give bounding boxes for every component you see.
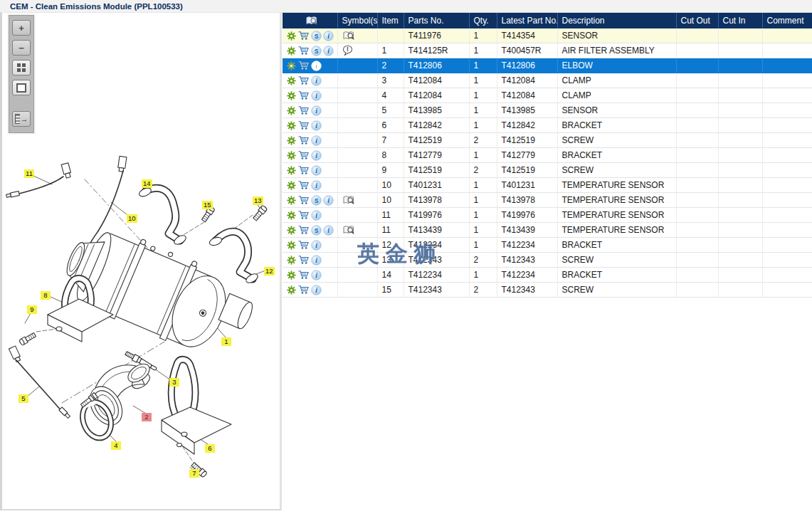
column-header-illustration[interactable]	[283, 13, 337, 28]
cart-icon[interactable]	[297, 75, 310, 85]
info-icon[interactable]	[311, 165, 322, 176]
cart-icon[interactable]	[297, 61, 310, 70]
cart-icon[interactable]	[297, 285, 310, 295]
info-icon[interactable]	[311, 90, 322, 101]
table-row[interactable]: 15T4123432T412343SCREW	[283, 283, 812, 298]
table-row[interactable]: 1T414125R1T400457RAIR FILTER ASSEMBLY	[283, 43, 812, 58]
info-icon[interactable]	[311, 240, 322, 251]
diagram-label-6[interactable]: 6	[205, 444, 215, 453]
cart-icon[interactable]	[297, 180, 310, 190]
gear-icon[interactable]	[287, 31, 296, 41]
substitute-icon[interactable]	[311, 225, 322, 236]
cart-icon[interactable]	[297, 120, 310, 130]
cart-icon[interactable]	[297, 31, 310, 41]
zoom-out-button[interactable]: −	[12, 40, 31, 56]
gear-icon[interactable]	[287, 211, 296, 220]
column-header-comment[interactable]: Comment	[762, 13, 812, 28]
diagram-label-7[interactable]: 7	[189, 469, 199, 478]
substitute-icon[interactable]	[311, 46, 322, 56]
info-icon[interactable]	[311, 285, 322, 295]
gear-icon[interactable]	[287, 106, 296, 115]
info-icon[interactable]	[323, 46, 334, 56]
column-header-parts-no-[interactable]: Parts No.	[404, 13, 469, 28]
info-icon[interactable]	[311, 120, 322, 131]
info-icon[interactable]	[323, 225, 334, 236]
diagram-label-2[interactable]: 2	[142, 413, 152, 421]
gear-icon[interactable]	[287, 181, 296, 190]
column-header-description[interactable]: Description	[557, 13, 676, 28]
cart-icon[interactable]	[297, 255, 310, 265]
cart-icon[interactable]	[297, 270, 310, 280]
column-header-qty-[interactable]: Qty.	[469, 13, 497, 28]
table-row[interactable]: 6T4128421T412842BRACKET	[283, 118, 812, 133]
cart-icon[interactable]	[297, 46, 310, 56]
diagram-label-3[interactable]: 3	[169, 378, 179, 387]
diagram-label-11[interactable]: 11	[24, 169, 34, 178]
toggle-panel-button[interactable]: →	[12, 111, 31, 127]
table-row[interactable]: T4119761T414354SENSOR	[283, 28, 812, 43]
gear-icon[interactable]	[287, 151, 296, 160]
info-icon[interactable]	[311, 105, 322, 116]
table-row[interactable]: 12T4122341T412234BRACKET	[283, 238, 812, 253]
info-icon[interactable]	[311, 75, 322, 86]
table-row[interactable]: 13T4123432T412343SCREW	[283, 253, 812, 268]
cart-icon[interactable]	[297, 135, 310, 145]
gear-icon[interactable]	[287, 166, 296, 175]
info-icon[interactable]	[311, 270, 322, 280]
zoom-in-button[interactable]: +	[12, 20, 31, 36]
parts-lookup-icon[interactable]	[342, 195, 355, 206]
column-header-cut-in[interactable]: Cut In	[718, 13, 762, 28]
gear-icon[interactable]	[287, 46, 296, 56]
cart-icon[interactable]	[297, 210, 310, 220]
diagram-label-15[interactable]: 15	[202, 201, 213, 209]
substitute-icon[interactable]	[311, 195, 322, 206]
diagram-label-5[interactable]: 5	[19, 394, 28, 403]
info-icon[interactable]	[311, 61, 322, 71]
gear-icon[interactable]	[287, 136, 296, 145]
gear-icon[interactable]	[287, 241, 296, 250]
fit-view-button[interactable]	[12, 80, 31, 95]
cart-icon[interactable]	[297, 240, 310, 250]
callout-icon[interactable]	[342, 45, 353, 56]
cart-icon[interactable]	[297, 150, 310, 160]
column-header-symbol-s-[interactable]: Symbol(s)	[337, 13, 377, 28]
info-icon[interactable]	[311, 150, 322, 161]
table-row[interactable]: 3T4120841T412084CLAMP	[283, 73, 812, 88]
gear-icon[interactable]	[287, 226, 296, 235]
table-row[interactable]: 10T4012311T401231TEMPERATURE SENSOR	[283, 178, 812, 193]
cart-icon[interactable]	[297, 195, 310, 205]
cart-icon[interactable]	[297, 165, 310, 175]
cart-icon[interactable]	[297, 105, 310, 115]
gear-icon[interactable]	[287, 121, 296, 130]
info-icon[interactable]	[311, 255, 322, 266]
column-header-item[interactable]: Item	[377, 13, 404, 28]
diagram-label-1[interactable]: 1	[221, 337, 231, 346]
diagram-label-12[interactable]: 12	[264, 267, 275, 276]
cart-icon[interactable]	[297, 90, 310, 100]
info-icon[interactable]	[311, 210, 322, 221]
gear-icon[interactable]	[287, 91, 296, 100]
tile-view-button[interactable]	[12, 60, 31, 75]
parts-lookup-icon[interactable]	[342, 31, 355, 41]
diagram-label-8[interactable]: 8	[41, 291, 51, 300]
parts-lookup-icon[interactable]	[342, 225, 355, 236]
diagram-label-9[interactable]: 9	[27, 305, 37, 314]
gear-icon[interactable]	[287, 256, 296, 265]
diagram-label-4[interactable]: 4	[111, 441, 121, 450]
column-header-cut-out[interactable]: Cut Out	[676, 13, 718, 28]
gear-icon[interactable]	[287, 61, 296, 70]
gear-icon[interactable]	[287, 196, 296, 205]
table-row[interactable]: 8T4127791T412779BRACKET	[283, 148, 812, 163]
diagram-label-10[interactable]: 10	[127, 214, 137, 223]
substitute-icon[interactable]	[311, 31, 322, 41]
gear-icon[interactable]	[287, 76, 296, 85]
diagram-label-14[interactable]: 14	[142, 179, 152, 188]
column-header-latest-part-no-[interactable]: Latest Part No.	[497, 13, 557, 28]
gear-icon[interactable]	[287, 285, 296, 295]
table-row[interactable]: 5T4139851T413985SENSOR	[283, 103, 812, 118]
table-row[interactable]: 4T4120841T412084CLAMP	[283, 88, 812, 103]
table-row[interactable]: 11T4199761T419976TEMPERATURE SENSOR	[283, 208, 812, 223]
info-icon[interactable]	[311, 180, 322, 191]
diagram-label-13[interactable]: 13	[253, 196, 263, 205]
info-icon[interactable]	[323, 31, 334, 41]
